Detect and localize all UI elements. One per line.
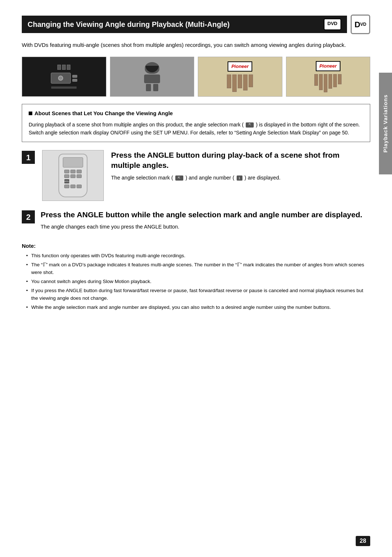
about-box-content: During playback of a scene shot from mul… <box>29 121 363 137</box>
step-2-title: Press the ANGLE button while the angle s… <box>41 210 370 219</box>
note-item-3: You cannot switch angles during Slow Mot… <box>26 278 370 286</box>
pioneer-sign-2: Pioneer <box>316 61 340 71</box>
remote-btn <box>77 170 82 173</box>
remote-btn <box>77 185 82 188</box>
scene-image-2 <box>110 57 195 97</box>
step-2-section: 2 Press the ANGLE button while the angle… <box>22 210 370 234</box>
dvd-corner-badge: DVD <box>351 15 370 34</box>
step-2-content: Press the ANGLE button while the angle s… <box>41 210 370 234</box>
step-1-title: Press the ANGLE button during play-back … <box>111 150 370 170</box>
dvd-logo-icon: DVD <box>327 20 338 27</box>
step-2-desc: The angle changes each time you press th… <box>41 223 370 231</box>
step-1-desc: The angle selection mark ( ⇱ ) and angle… <box>111 174 370 182</box>
corner-badge-vd: VD <box>360 21 367 28</box>
pioneer-sign-1: Pioneer <box>228 61 252 72</box>
remote-btn <box>64 174 69 178</box>
sidebar-label: Playback Variations <box>381 94 390 153</box>
section-header: Changing the Viewing Angle during Playba… <box>22 15 370 34</box>
dvd-badge-text: DVD <box>327 20 338 29</box>
scene-image-1 <box>22 57 106 97</box>
scene-image-4: Pioneer <box>286 57 371 97</box>
dvd-badge: DVD <box>324 19 341 30</box>
svg-text:DVD: DVD <box>327 21 337 26</box>
corner-badge-d: D <box>355 19 360 31</box>
note-item-2: The “ℾ” mark on a DVD’s package indicate… <box>26 261 370 277</box>
section-title-bar: Changing the Viewing Angle during Playba… <box>22 16 347 33</box>
remote-btn <box>70 174 75 178</box>
step-1-content: Press the ANGLE button during play-back … <box>111 150 370 182</box>
remote-btn <box>70 185 75 188</box>
image-strip: Pioneer Pioneer <box>22 57 370 97</box>
section-title: Changing the Viewing Angle during Playba… <box>28 19 230 30</box>
intro-text: With DVDs featuring multi-angle (scenes … <box>22 41 370 49</box>
note-section: Note: This function only operates with D… <box>22 242 370 311</box>
note-title: Note: <box>22 242 370 250</box>
note-item-1: This function only operates with DVDs fe… <box>26 252 370 260</box>
step-1-section: 1 ANGLE Press the ANGLE but <box>22 150 370 201</box>
note-item-4: If you press the ANGLE button during fas… <box>26 287 370 302</box>
remote-btn <box>64 185 69 188</box>
sidebar-label-container: Playback Variations <box>379 73 392 174</box>
angle-mark-icon: ⇱ <box>246 122 254 128</box>
remote-btn <box>77 174 82 178</box>
step-1-image: ANGLE <box>42 150 104 201</box>
note-list: This function only operates with DVDs fe… <box>22 252 370 311</box>
black-square-icon <box>29 112 32 115</box>
scene-image-3: Pioneer <box>198 57 282 97</box>
note-item-5: While the angle selection mark and angle… <box>26 304 370 311</box>
about-box-title: About Scenes that Let You Change the Vie… <box>29 109 363 118</box>
remote-btn <box>64 170 69 173</box>
page-number: 28 <box>356 536 370 546</box>
angle-button: ANGLE <box>64 179 69 183</box>
step-1-number: 1 <box>22 151 35 164</box>
step-2-number: 2 <box>22 210 35 223</box>
angle-number-icon: 1 <box>237 175 242 181</box>
angle-selection-icon: ⇱ <box>175 175 183 181</box>
remote-btn <box>70 170 75 173</box>
remote-screen <box>63 157 83 167</box>
about-box: About Scenes that Let You Change the Vie… <box>22 104 370 142</box>
